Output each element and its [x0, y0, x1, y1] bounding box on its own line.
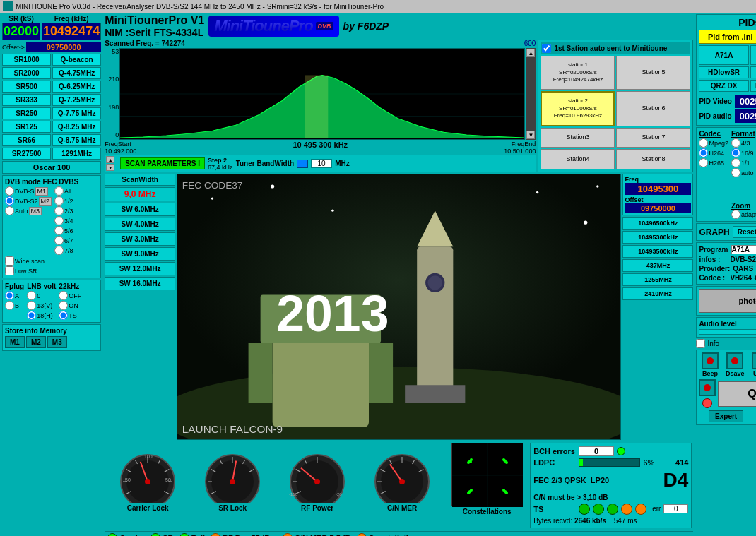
fec-all-radio[interactable] — [54, 186, 64, 196]
ts-led3 — [607, 504, 618, 515]
freq-2410-btn[interactable]: 2410MHz — [622, 287, 693, 300]
scan-params-btn[interactable]: SCAN PARAMETERS I — [120, 157, 205, 169]
f43-radio[interactable] — [731, 138, 740, 148]
sw-9mhz-btn[interactable]: SW 9.0MHz — [105, 247, 175, 261]
pid-from-btn[interactable]: Pid from .ini — [699, 30, 756, 44]
station1-btn[interactable]: station1SR=02000kS/sFreq=10492474kHz — [541, 56, 615, 90]
f11-radio[interactable] — [731, 158, 740, 167]
pid-france24-btn[interactable]: France24 — [750, 66, 756, 78]
freq-10495300-btn[interactable]: 10495300kHz — [622, 231, 693, 244]
station7-btn[interactable]: Station7 — [616, 128, 690, 148]
sr27500-btn[interactable]: SR27500 — [2, 148, 51, 160]
auto-dvb-radio[interactable] — [5, 206, 14, 215]
quit-btn[interactable]: Quit — [718, 381, 756, 407]
expert-btn[interactable]: Expert — [709, 410, 743, 422]
beep-icon-btn[interactable] — [702, 352, 719, 369]
khz-off-radio[interactable] — [59, 291, 68, 300]
pid-a71a-btn[interactable]: A71A — [699, 45, 748, 65]
fec-56-radio[interactable] — [54, 226, 64, 235]
q775-btn[interactable]: Q-7.75 MHz — [52, 107, 101, 119]
sr125-btn[interactable]: SR125 — [2, 121, 51, 133]
q875-btn[interactable]: Q-8.75 MHz — [52, 134, 101, 146]
store-m2-btn[interactable]: M2 — [26, 336, 46, 348]
station4-btn[interactable]: Station4 — [541, 149, 615, 169]
fauto-radio[interactable] — [731, 168, 740, 177]
q825-btn[interactable]: Q-8.25 MHz — [52, 121, 101, 133]
freq-437-btn[interactable]: 437MHz — [622, 259, 693, 272]
mpeg2-radio[interactable] — [699, 138, 708, 148]
m3-dvb-btn[interactable]: M3 — [29, 207, 42, 215]
pid-hdlowsr-btn[interactable]: HDlowSR — [699, 66, 748, 78]
info-check[interactable] — [696, 339, 705, 348]
sr250-btn[interactable]: SR250 — [2, 107, 51, 119]
station8-btn[interactable]: Station8 — [616, 149, 690, 169]
sw-16mhz-btn[interactable]: SW 16.0MHz — [105, 277, 175, 290]
tuner-bw-slider[interactable] — [297, 160, 308, 168]
store-m3-btn[interactable]: M3 — [47, 336, 67, 348]
pid-qrzdx-btn[interactable]: QRZ DX — [699, 80, 748, 92]
dvbs2-radio[interactable] — [5, 196, 14, 206]
fplug-a-radio[interactable] — [5, 291, 14, 300]
fec-23-radio[interactable] — [54, 206, 64, 215]
h264-radio[interactable] — [699, 148, 708, 157]
q-beacon-btn[interactable]: Q-beacon — [52, 54, 101, 66]
lowsr-check[interactable] — [5, 266, 14, 275]
sw-12mhz-btn[interactable]: SW 12.0MHz — [105, 262, 175, 275]
spectrum-scrollbar[interactable]: ▲ ▼ — [526, 48, 536, 140]
freq-1255-btn[interactable]: 1255MHz — [622, 273, 693, 286]
expert-icon-btn[interactable] — [699, 379, 716, 396]
scan-up-btn[interactable]: ▲ — [106, 156, 114, 163]
adapt-radio[interactable] — [731, 210, 740, 219]
pid-f6dzp-btn[interactable]: F6DZP-Mpeg — [750, 45, 756, 65]
ts-err-input[interactable] — [663, 504, 688, 513]
q625-btn[interactable]: Q-6.25MHz — [52, 81, 101, 93]
sr2000-btn[interactable]: SR2000 — [2, 67, 51, 79]
bch-input[interactable] — [579, 446, 614, 456]
q1291-btn[interactable]: 1291MHz — [52, 148, 101, 160]
station2-btn[interactable]: station2SR=01000kS/sFreq=10 96293kHz — [541, 91, 615, 126]
freq-10493500-btn[interactable]: 10493500kHz — [622, 245, 693, 258]
scroll-down-btn[interactable]: ▼ — [526, 131, 535, 139]
h265-radio[interactable] — [699, 158, 708, 167]
station-auto-check[interactable] — [542, 44, 551, 53]
fec-78-radio[interactable] — [54, 246, 64, 255]
sr1000-btn[interactable]: SR1000 — [2, 54, 51, 66]
scroll-up-btn[interactable]: ▲ — [526, 49, 535, 57]
scan-down-btn[interactable]: ▼ — [106, 164, 114, 171]
photo-btn[interactable]: photo — [699, 289, 756, 313]
lnb-13-radio[interactable] — [27, 301, 36, 310]
khz-on-radio[interactable] — [59, 301, 68, 310]
freq-10496500-btn[interactable]: 10496500kHz — [622, 217, 693, 230]
mhz-input[interactable] — [311, 159, 332, 168]
store-m1-btn[interactable]: M1 — [5, 336, 25, 348]
station6-btn[interactable]: Station6 — [616, 91, 690, 126]
q475-btn[interactable]: Q-4.75MHz — [52, 67, 101, 79]
sr500-btn[interactable]: SR500 — [2, 81, 51, 93]
sr66-btn[interactable]: SR66 — [2, 134, 51, 146]
program-input[interactable] — [731, 245, 756, 254]
f169-radio[interactable] — [731, 148, 740, 157]
m1-dvb-btn[interactable]: M1 — [35, 187, 49, 196]
khz-ts-radio[interactable] — [59, 311, 68, 320]
dsave-icon-btn[interactable] — [726, 352, 743, 369]
sr-freq-row: SR (kS) 02000 Freq (kHz) 10492474 — [2, 15, 101, 40]
q725-btn[interactable]: Q-7.25MHz — [52, 94, 101, 106]
lnb-18-radio[interactable] — [27, 311, 36, 320]
graph-reset-btn[interactable]: Reset — [733, 226, 756, 238]
station3-btn[interactable]: Station3 — [541, 128, 615, 148]
sr333-btn[interactable]: SR333 — [2, 94, 51, 106]
sw-6mhz-btn[interactable]: SW 6.0MHz — [105, 203, 175, 216]
udp-icon-btn[interactable] — [752, 352, 756, 369]
fec-34-radio[interactable] — [54, 216, 64, 225]
pid-raspberryp-btn[interactable]: RaspberryP — [750, 80, 756, 92]
sw-3mhz-btn[interactable]: SW 3.0MHz — [105, 232, 175, 246]
lnb-0-radio[interactable] — [27, 291, 36, 300]
station5-btn[interactable]: Station5 — [616, 56, 690, 90]
fec-12-radio[interactable] — [54, 196, 64, 206]
fplug-b-radio[interactable] — [5, 301, 14, 310]
widescan-check[interactable] — [5, 256, 14, 266]
fec-67-radio[interactable] — [54, 236, 64, 245]
sw-4mhz-btn[interactable]: SW 4.0MHz — [105, 218, 175, 231]
dvbs-radio[interactable] — [5, 186, 14, 196]
m2-dvb-btn[interactable]: M2 — [39, 197, 52, 206]
